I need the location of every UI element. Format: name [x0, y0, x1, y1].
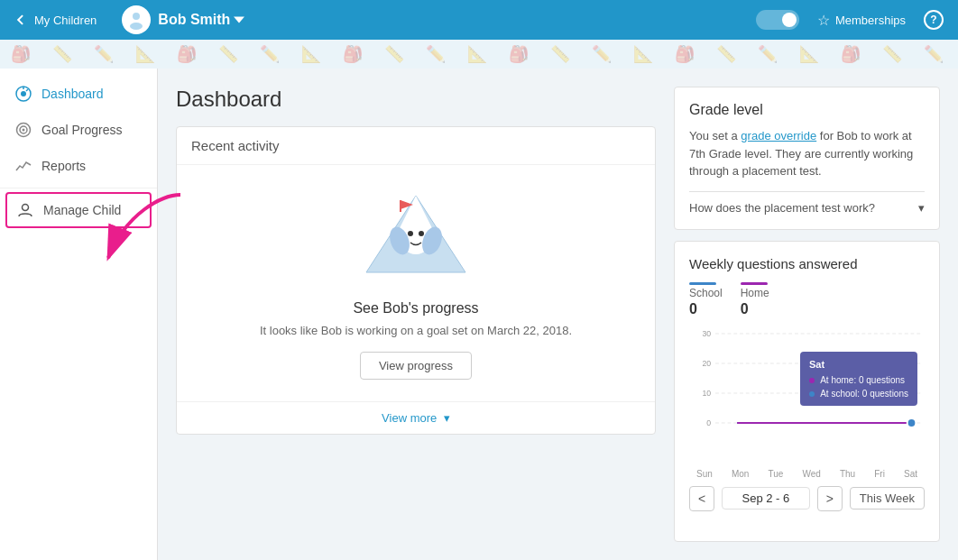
- x-label-fri: Fri: [874, 469, 885, 479]
- svg-point-11: [23, 205, 29, 211]
- x-label-wed: Wed: [802, 469, 820, 479]
- x-label-tue: Tue: [768, 469, 783, 479]
- toggle[interactable]: [756, 10, 799, 30]
- chart-next-button[interactable]: >: [817, 486, 843, 511]
- sidebar: Dashboard Goal Progress Reports: [0, 69, 158, 560]
- view-progress-button[interactable]: View progress: [360, 352, 472, 380]
- chart-x-labels: Sun Mon Tue Wed Thu Fri Sat: [689, 469, 925, 479]
- reports-icon: [14, 157, 32, 175]
- view-more-bar[interactable]: View more ▾: [177, 401, 655, 434]
- school-legend: School 0: [689, 282, 723, 317]
- sidebar-item-reports-label: Reports: [41, 159, 86, 173]
- recent-activity-body: See Bob's progress It looks like Bob is …: [177, 165, 655, 401]
- header: My Children Bob Smith ☆ Memberships ?: [0, 0, 958, 40]
- svg-point-10: [23, 129, 25, 132]
- back-nav[interactable]: My Children: [14, 14, 97, 27]
- tooltip-title: Sat: [809, 357, 908, 372]
- progress-subtitle: It looks like Bob is working on a goal s…: [260, 324, 572, 337]
- avatar: [122, 5, 151, 34]
- home-legend: Home 0: [741, 282, 769, 317]
- content-side: Grade level You set a grade override for…: [674, 87, 940, 542]
- user-section: Bob Smith: [122, 5, 244, 34]
- home-legend-label: Home: [741, 287, 769, 299]
- grade-override-link[interactable]: grade override: [741, 129, 816, 142]
- memberships-nav[interactable]: ☆ Memberships: [817, 12, 906, 29]
- svg-point-30: [907, 418, 917, 427]
- back-label: My Children: [34, 14, 97, 27]
- sidebar-item-goal-progress[interactable]: Goal Progress: [0, 112, 157, 148]
- chart-prev-button[interactable]: <: [689, 486, 714, 511]
- header-right: ☆ Memberships ?: [756, 10, 944, 30]
- chart-nav: < Sep 2 - 6 > This Week: [689, 486, 925, 511]
- help-button[interactable]: ?: [924, 10, 944, 30]
- svg-marker-3: [234, 16, 244, 23]
- svg-line-7: [26, 89, 28, 91]
- username[interactable]: Bob Smith: [158, 12, 244, 28]
- toggle-knob: [782, 13, 797, 27]
- svg-text:0: 0: [706, 418, 711, 427]
- svg-point-17: [419, 231, 424, 236]
- svg-point-1: [133, 13, 140, 20]
- tooltip-school: At school: 0 questions: [809, 387, 908, 400]
- main-layout: Dashboard Goal Progress Reports: [0, 69, 958, 560]
- svg-point-5: [21, 91, 26, 96]
- sidebar-item-manage-child[interactable]: Manage Child: [5, 192, 152, 228]
- grade-level-card: Grade level You set a grade override for…: [674, 87, 940, 230]
- recent-activity-header: Recent activity: [177, 127, 655, 165]
- svg-text:20: 20: [702, 358, 711, 367]
- tooltip-home-dot: [809, 378, 815, 383]
- content-area: Dashboard Recent activity: [158, 69, 958, 560]
- memberships-label: Memberships: [835, 14, 906, 27]
- manage-child-icon: [16, 201, 34, 219]
- tooltip-school-dot: [809, 391, 815, 397]
- school-legend-value: 0: [689, 301, 723, 317]
- home-legend-value: 0: [741, 301, 769, 317]
- sidebar-item-dashboard-label: Dashboard: [41, 87, 104, 101]
- grade-level-title: Grade level: [689, 102, 925, 118]
- weekly-questions-title: Weekly questions answered: [689, 256, 925, 271]
- goal-progress-icon: [14, 121, 32, 139]
- weekly-legend: School 0 Home 0: [689, 282, 925, 317]
- content-main: Dashboard Recent activity: [176, 87, 656, 542]
- svg-point-16: [408, 231, 413, 236]
- x-label-mon: Mon: [732, 469, 749, 479]
- dashboard-icon: [14, 85, 32, 103]
- chevron-down-icon: ▾: [444, 411, 450, 425]
- school-legend-label: School: [689, 287, 723, 299]
- weekly-chart: 30 20 10 0 Sat: [689, 325, 925, 469]
- sidebar-divider: [0, 188, 157, 188]
- svg-marker-0: [17, 14, 23, 24]
- sidebar-item-manage-child-label: Manage Child: [43, 203, 121, 217]
- home-legend-bar: [741, 282, 768, 285]
- x-label-sat: Sat: [904, 469, 917, 479]
- sidebar-item-goal-progress-label: Goal Progress: [41, 123, 122, 137]
- weekly-questions-card: Weekly questions answered School 0 Home …: [674, 241, 940, 543]
- tooltip-home: At home: 0 questions: [809, 373, 908, 387]
- recent-activity-card: Recent activity: [176, 126, 656, 435]
- pattern-bar: 🎒📏✏️ 📐🎒📏 ✏️📐🎒 📏✏️📐 🎒📏✏️ 📐🎒📏 ✏️📐🎒 📏✏️📐: [0, 40, 958, 69]
- placement-test-dropdown[interactable]: How does the placement test work? ▾: [689, 191, 925, 215]
- chart-date-range: Sep 2 - 6: [722, 487, 810, 510]
- sidebar-item-dashboard[interactable]: Dashboard: [0, 76, 157, 112]
- sidebar-item-reports[interactable]: Reports: [0, 148, 157, 184]
- svg-text:30: 30: [702, 328, 711, 337]
- x-label-thu: Thu: [840, 469, 855, 479]
- page-title: Dashboard: [176, 87, 656, 112]
- svg-point-2: [130, 23, 143, 30]
- x-label-sun: Sun: [696, 469, 713, 479]
- svg-text:10: 10: [702, 388, 711, 397]
- this-week-button[interactable]: This Week: [850, 487, 925, 510]
- progress-title: See Bob's progress: [353, 300, 478, 317]
- chevron-down-icon: ▾: [918, 201, 925, 215]
- chart-tooltip: Sat At home: 0 questions At school: 0 qu…: [800, 352, 917, 407]
- grade-level-text: You set a grade override for Bob to work…: [689, 127, 925, 180]
- star-icon: ☆: [817, 12, 830, 29]
- school-legend-bar: [689, 282, 716, 285]
- mascot-illustration: [357, 187, 474, 286]
